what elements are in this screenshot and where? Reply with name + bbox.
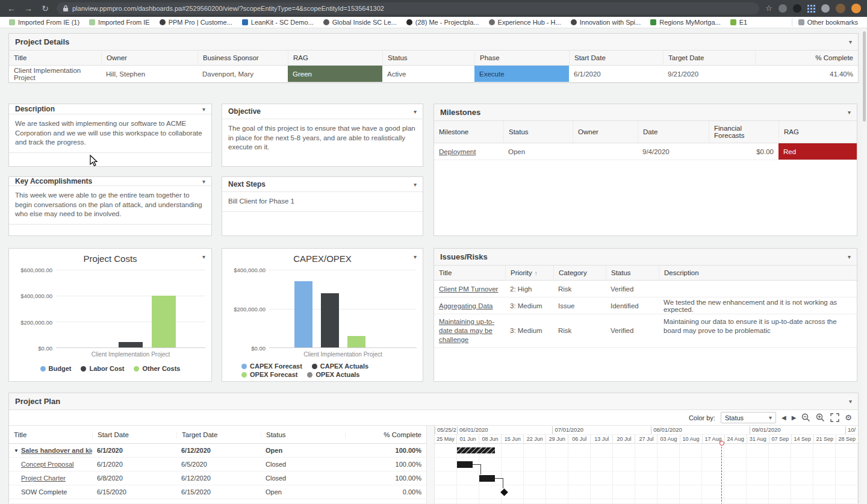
legend-item[interactable]: Budget [40, 365, 72, 372]
collapse-caret-icon[interactable]: ▾ [202, 106, 205, 113]
plan-table-row[interactable]: SOW Complete 6/15/2020 6/15/2020 Open 0.… [9, 485, 426, 499]
collapse-caret-icon[interactable]: ▾ [202, 178, 205, 185]
color-by-select[interactable]: Status ▾ [721, 412, 776, 423]
gantt-week-label: 31 Aug [747, 435, 769, 443]
gantt-milestone-diamond[interactable] [500, 488, 508, 496]
extension-icon-1[interactable] [778, 4, 787, 13]
column-header[interactable]: Date [638, 121, 709, 143]
column-header[interactable]: Business Sponsor [197, 51, 288, 65]
bookmark-item[interactable]: (28) Me - Projectpla... [402, 18, 483, 26]
bookmark-item[interactable]: Imported From IE [85, 18, 154, 26]
zoom-out-icon[interactable] [801, 413, 810, 422]
scroll-left-button[interactable]: ◀ [782, 414, 786, 421]
collapse-caret-icon[interactable]: ▾ [414, 181, 417, 188]
issue-link[interactable]: Maintaining up-to-date data may be chall… [439, 317, 500, 344]
column-header[interactable]: Phase [474, 51, 569, 65]
gantt-week-label: 03 Aug [657, 435, 679, 443]
zoom-in-icon[interactable] [816, 413, 825, 422]
scrollbar-thumb[interactable] [863, 31, 866, 122]
column-header[interactable]: Owner [101, 51, 197, 65]
column-header[interactable]: Status [261, 431, 345, 438]
gantt-bar[interactable] [457, 461, 473, 468]
refresh-button[interactable]: ↻ [40, 0, 51, 17]
column-header[interactable]: Target Date [663, 51, 755, 65]
collapse-triangle-icon[interactable]: ▼ [14, 448, 19, 453]
scroll-right-button[interactable]: ▶ [792, 414, 797, 421]
legend-item[interactable]: OPEX Actuals [307, 371, 359, 378]
legend-item[interactable]: CAPEX Forecast [241, 362, 302, 370]
column-header[interactable]: Category [553, 266, 606, 280]
legend-item[interactable]: CAPEX Actuals [312, 362, 368, 370]
legend-item[interactable]: Other Costs [134, 365, 180, 372]
apps-grid-icon[interactable] [807, 5, 815, 13]
other-bookmarks-button[interactable]: Other bookmarks [792, 18, 862, 26]
column-header[interactable]: RAG [778, 121, 857, 143]
column-header[interactable]: Owner [573, 121, 638, 143]
collapse-caret-icon[interactable]: ▾ [849, 39, 852, 45]
address-bar[interactable]: planview.ppmpro.com/dashboards.pa#252956… [57, 2, 759, 14]
gantt-bar[interactable] [479, 475, 495, 482]
column-header[interactable]: Status [606, 266, 659, 280]
issue-row[interactable]: Maintaining up-to-date data may be chall… [434, 314, 857, 348]
column-header[interactable]: % Complete [755, 51, 858, 65]
milestone-row[interactable]: Deployment Open 9/4/2020 $0.00 Red [434, 143, 857, 160]
color-by-value: Status [725, 414, 744, 422]
column-header[interactable]: Start Date [92, 431, 176, 438]
plan-table-row[interactable]: ▼ Sales handover and kick- 6/1/2020 6/12… [9, 444, 426, 458]
forward-button[interactable]: → [23, 0, 34, 17]
issue-row[interactable]: Client PM Turnover 2: High Risk Verified [434, 281, 857, 297]
column-header[interactable]: Financial Forecasts [709, 121, 778, 143]
bookmark-item[interactable]: PPM Pro | Custome... [155, 18, 237, 26]
column-header[interactable]: Milestone [434, 121, 503, 143]
gantt-week-label: 21 Sep [813, 435, 836, 443]
column-header[interactable]: % Complete [345, 431, 426, 438]
account-icon[interactable] [851, 4, 861, 13]
column-header[interactable]: Title [434, 266, 505, 280]
plan-table-row[interactable]: Concept Proposal 6/1/2020 6/5/2020 Close… [9, 458, 426, 471]
issue-row[interactable]: Aggregating Data 3: Medium Issue Identif… [434, 297, 857, 314]
extension-icon-2[interactable] [793, 4, 801, 13]
column-header[interactable]: RAG [288, 51, 382, 65]
task-link[interactable]: Concept Proposal [21, 461, 73, 468]
page-scrollbar[interactable] [862, 29, 867, 504]
bookmark-star-icon[interactable]: ☆ [765, 0, 772, 17]
collapse-caret-icon[interactable]: ▾ [202, 254, 205, 260]
column-header[interactable]: Target Date [176, 431, 261, 438]
gantt-bar[interactable] [457, 447, 495, 453]
bookmark-item[interactable]: Experience Hub - H... [485, 18, 565, 26]
column-header[interactable]: Title [9, 431, 92, 438]
collapse-caret-icon[interactable]: ▾ [414, 254, 417, 260]
profile-avatar[interactable] [836, 4, 845, 13]
column-header[interactable]: Title [9, 51, 101, 65]
column-header[interactable]: Description [659, 266, 857, 280]
column-header[interactable]: Status [382, 51, 474, 65]
legend-item[interactable]: Labor Cost [81, 365, 124, 372]
back-button[interactable]: ← [6, 0, 17, 17]
bookmark-item[interactable]: Innovation with Spi... [567, 18, 645, 26]
pin-icon[interactable] [821, 4, 830, 13]
column-header[interactable]: Status [503, 121, 573, 143]
issue-link[interactable]: Aggregating Data [439, 302, 493, 310]
project-details-row[interactable]: Client Implementation Project Hill, Step… [9, 66, 858, 82]
column-header[interactable]: Start Date [569, 51, 663, 65]
cell-start-date: 6/1/2020 [569, 66, 663, 82]
table-gantt-splitter[interactable] [427, 426, 435, 503]
milestone-link[interactable]: Deployment [439, 148, 476, 155]
task-link[interactable]: Project Charter [21, 474, 66, 482]
legend-item[interactable]: OPEX Forecast [241, 371, 297, 378]
plan-table-row[interactable]: Project Charter 6/8/2020 6/12/2020 Close… [9, 471, 426, 485]
column-header-priority[interactable]: Priority↑ [505, 266, 553, 280]
collapse-caret-icon[interactable]: ▾ [848, 109, 851, 116]
bookmark-item[interactable]: LeanKit - SC Demo... [238, 18, 318, 26]
bookmark-item[interactable]: Regions MyMortga... [646, 18, 724, 26]
bookmark-item[interactable]: Imported From IE (1) [5, 18, 84, 26]
bookmark-item[interactable]: E1 [726, 18, 751, 26]
gear-icon[interactable]: ⚙ [845, 413, 852, 422]
task-link[interactable]: Sales handover and kick- [21, 447, 92, 454]
collapse-caret-icon[interactable]: ▾ [848, 254, 851, 260]
collapse-caret-icon[interactable]: ▾ [414, 108, 417, 115]
bookmark-item[interactable]: Global Inside SC Le... [319, 18, 401, 26]
fit-screen-icon[interactable] [830, 413, 839, 422]
issue-link[interactable]: Client PM Turnover [439, 285, 498, 293]
collapse-caret-icon[interactable]: ▾ [849, 398, 852, 405]
